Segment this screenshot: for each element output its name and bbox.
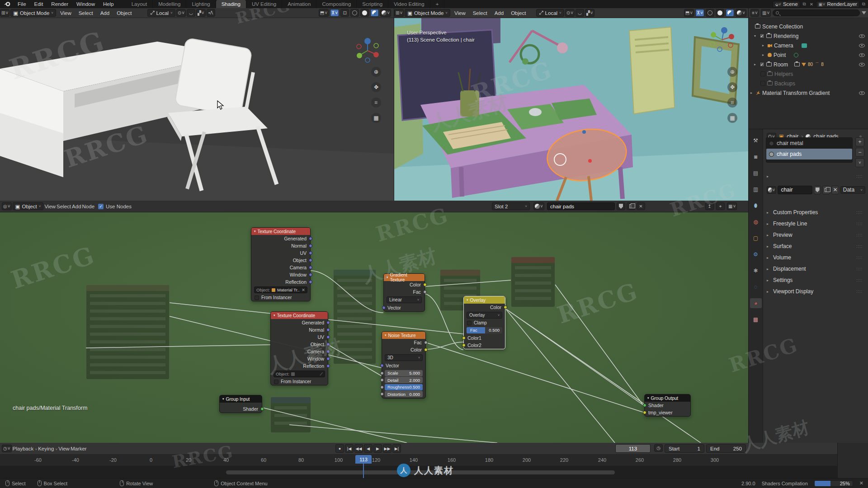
unlink-material-button[interactable]: ✕ bbox=[637, 202, 645, 210]
camera-view-icon[interactable]: ⌗ bbox=[371, 98, 381, 108]
prev-keyframe-button[interactable]: ◀◀ bbox=[354, 444, 363, 453]
playhead[interactable]: 113 bbox=[355, 455, 372, 464]
shading-rendered-icon[interactable]: ˅ bbox=[736, 9, 746, 17]
grid-ortho-icon[interactable]: ▦ bbox=[371, 113, 381, 123]
shader-type-dropdown[interactable]: ▣Object˅ bbox=[13, 202, 44, 210]
fac-slider[interactable]: Fac 0.500 bbox=[467, 327, 502, 333]
editor-type-icon[interactable]: ⊞˅ bbox=[394, 9, 404, 17]
hide-eye-icon[interactable] bbox=[859, 34, 865, 38]
roughness-field[interactable]: Roughness0.500 bbox=[385, 384, 423, 390]
menu-help[interactable]: Help bbox=[99, 0, 118, 8]
zoom-icon[interactable]: ⊕ bbox=[727, 67, 737, 77]
add-slot-button[interactable]: + bbox=[855, 137, 864, 146]
clamp-checkbox[interactable]: Clamp bbox=[464, 319, 505, 326]
menu-select[interactable]: Select bbox=[470, 8, 491, 18]
current-frame-field[interactable]: 113 bbox=[615, 444, 651, 453]
navigation-gizmo[interactable] bbox=[354, 37, 381, 64]
tab-output-icon[interactable]: ▤ bbox=[750, 168, 762, 178]
node-texture-coordinate-2[interactable]: ▾Texture Coordinate Generated Normal UV … bbox=[270, 311, 328, 385]
tab-layout[interactable]: Layout bbox=[126, 0, 153, 8]
horizontal-scrollbar[interactable] bbox=[226, 470, 615, 474]
browse-material-icon[interactable]: ˅ bbox=[533, 202, 544, 210]
fake-user-shield-button[interactable] bbox=[814, 186, 821, 194]
renderlayer-copy-icon[interactable]: ⧉ bbox=[861, 1, 866, 7]
renderlayer-selector[interactable]: ▣˅ RenderLayer bbox=[816, 1, 859, 8]
snap-target-dropdown[interactable]: ▞˅ bbox=[196, 9, 206, 17]
timeline-ruler[interactable]: -60 -40 -20 0 20 40 60 80 100 120 140 16… bbox=[0, 455, 837, 466]
record-button[interactable]: ● bbox=[335, 444, 344, 453]
menu-window[interactable]: Window bbox=[72, 0, 99, 8]
menu-keying[interactable]: Keying ˅ bbox=[38, 446, 57, 451]
hide-eye-icon[interactable] bbox=[859, 44, 865, 47]
outliner-row-rendering[interactable]: ▾✓ Rendering bbox=[749, 31, 868, 41]
detail-field[interactable]: Detail2.000 bbox=[385, 377, 423, 383]
tab-scripting[interactable]: Scripting bbox=[357, 0, 388, 8]
mode-dropdown[interactable]: ▣Object Mode˅ bbox=[405, 9, 450, 17]
pan-hand-icon[interactable]: ✥ bbox=[371, 82, 381, 92]
node-group-output[interactable]: ▾Group Output Shader tmp_viewer bbox=[644, 394, 691, 417]
snap-node-dropdown[interactable]: ▦˅ bbox=[727, 202, 737, 210]
shading-wireframe-icon[interactable] bbox=[706, 9, 714, 17]
panel-freestyle-line[interactable]: ▸Freestyle Line:::: bbox=[767, 218, 865, 229]
gradient-type-dropdown[interactable]: Linear˅ bbox=[387, 296, 422, 303]
copy-material-button[interactable] bbox=[627, 202, 635, 210]
play-button[interactable]: ▶ bbox=[373, 444, 382, 453]
tab-shading[interactable]: Shading bbox=[216, 0, 246, 8]
filter-funnel-icon[interactable] bbox=[862, 11, 866, 14]
scene-selector[interactable]: ⬙˅ Scene bbox=[773, 1, 800, 8]
from-instancer-checkbox[interactable]: From Instancer bbox=[271, 378, 328, 385]
jump-to-start-button[interactable]: |◀ bbox=[345, 444, 354, 453]
tab-compositing[interactable]: Compositing bbox=[316, 0, 357, 8]
tab-texture-icon[interactable]: ▩ bbox=[750, 314, 762, 324]
zoom-icon[interactable]: ⊕ bbox=[371, 67, 381, 77]
tab-add-workspace[interactable]: + bbox=[430, 0, 445, 8]
slot-specials-dropdown[interactable]: ˅ bbox=[855, 158, 864, 167]
tab-video-editing[interactable]: Video Editing bbox=[388, 0, 430, 8]
viewport-3d-right[interactable]: User Perspective (113) Scene Collection … bbox=[394, 18, 748, 201]
collection-checkbox[interactable] bbox=[760, 81, 765, 86]
camera-view-icon[interactable]: ⌗ bbox=[727, 98, 737, 108]
slot-expand-row[interactable]: ▸:::: bbox=[767, 171, 865, 182]
outliner-row-backups[interactable]: Backups bbox=[749, 79, 868, 88]
tab-material-icon[interactable]: ◕ bbox=[750, 298, 762, 308]
from-instancer-checkbox[interactable]: From Instancer bbox=[251, 294, 310, 301]
shading-material-icon[interactable] bbox=[370, 9, 379, 17]
remove-slot-button[interactable]: − bbox=[855, 148, 864, 157]
tab-view-layer-icon[interactable]: ▥ bbox=[750, 184, 762, 194]
tab-physics-icon[interactable]: ◌ bbox=[750, 282, 762, 292]
menu-object[interactable]: Object bbox=[113, 8, 135, 18]
material-slot-chair-metal[interactable]: chair metal bbox=[766, 138, 852, 149]
menu-add[interactable]: Add bbox=[491, 8, 507, 18]
transform-orientation-dropdown[interactable]: ⤢Local˅ bbox=[536, 9, 564, 17]
shading-rendered-icon[interactable]: ˅ bbox=[380, 9, 391, 17]
scene-unlink-icon[interactable]: ✕ bbox=[809, 2, 814, 7]
tab-render-icon[interactable]: ◙ bbox=[750, 152, 762, 162]
editor-type-icon[interactable]: ◷˅ bbox=[2, 445, 12, 452]
eyedropper-icon[interactable]: ⟋ bbox=[320, 371, 323, 377]
editor-type-icon[interactable]: ◎˅ bbox=[2, 202, 12, 210]
menu-select[interactable]: Select bbox=[57, 204, 71, 209]
pan-hand-icon[interactable]: ✥ bbox=[727, 82, 737, 92]
menu-marker[interactable]: Marker bbox=[71, 446, 87, 451]
overlays-icon[interactable]: ⊼˅ bbox=[695, 9, 704, 17]
tab-world-icon[interactable]: ◍ bbox=[750, 217, 762, 227]
pin-icon[interactable]: ⌖ bbox=[716, 202, 725, 210]
menu-view[interactable]: View bbox=[44, 204, 56, 209]
frame-end-field[interactable]: End250 bbox=[706, 444, 746, 453]
object-field[interactable]: Object: ⟋ bbox=[274, 371, 325, 377]
tab-modelling[interactable]: Modelling bbox=[153, 0, 186, 8]
mode-dropdown[interactable]: ▣Object Mode˅ bbox=[10, 9, 56, 17]
menu-view[interactable]: View bbox=[57, 8, 75, 18]
jump-to-end-button[interactable]: ▶| bbox=[392, 444, 401, 453]
next-keyframe-button[interactable]: ▶▶ bbox=[383, 444, 392, 453]
snap-target-dropdown[interactable]: ▞˅ bbox=[585, 9, 594, 17]
play-reverse-button[interactable]: ◀ bbox=[364, 444, 373, 453]
tab-modifiers-icon[interactable]: ⚙ bbox=[750, 249, 762, 259]
outliner-search-input[interactable] bbox=[773, 9, 860, 16]
node-group-input[interactable]: ▾Group Input Shader bbox=[219, 395, 262, 413]
collection-checkbox[interactable] bbox=[760, 71, 765, 76]
menu-render[interactable]: Render bbox=[47, 0, 72, 8]
hide-eye-icon[interactable] bbox=[859, 91, 865, 95]
blend-mode-dropdown[interactable]: Overlay˅ bbox=[467, 312, 502, 319]
node-canvas[interactable]: ▾Texture Coordinate Generated Normal UV … bbox=[0, 212, 748, 443]
